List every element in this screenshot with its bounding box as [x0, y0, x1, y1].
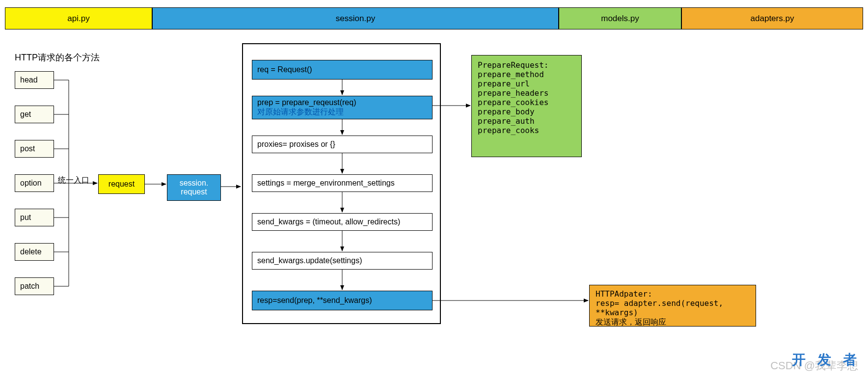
adapter-line: resp= adapter.send(request, **kwargs) [596, 299, 750, 317]
prepare-title: PrepareRequest: [478, 60, 549, 70]
prepare-item-4: prepare_body [478, 107, 535, 116]
flow-kwargs: send_kwargs = (timeout, allow_redirects) [252, 213, 433, 231]
prepare-item-3: prepare_cookies [478, 98, 549, 107]
header-session: session.py [152, 7, 559, 29]
adapter-title: HTTPAdpater: [596, 289, 652, 299]
unified-entry-label: 统一入口 [58, 175, 89, 186]
prepare-item-0: prepare_method [478, 70, 544, 79]
request-box: request [98, 174, 145, 194]
flow-resp: resp=send(prep, **send_kwargs) [252, 291, 433, 310]
flow-prep: prep = prepare_reqeust(req) 对原始请求参数进行处理 [252, 96, 433, 119]
method-head: head [15, 71, 54, 89]
flow-proxies: proxies= proxises or {} [252, 136, 433, 153]
header-models: models.py [559, 7, 681, 29]
method-put: put [15, 209, 54, 226]
flow-prep-l1: prep = prepare_reqeust(req) [257, 98, 356, 107]
flow-settings: settings = merge_environment_settings [252, 174, 433, 192]
session-request-box: session. request [167, 174, 221, 201]
method-patch: patch [15, 277, 54, 295]
flow-update: send_kwargs.update(settings) [252, 252, 433, 270]
method-get: get [15, 106, 54, 123]
flow-req: req = Request() [252, 60, 433, 80]
header-api: api.py [5, 7, 152, 29]
session-request-l1: session. [180, 179, 209, 188]
session-request-l2: request [181, 188, 207, 196]
prepare-item-2: prepare_headers [478, 88, 549, 98]
file-header-row: api.py session.py models.py adapters.py [5, 7, 863, 29]
prepare-item-5: prepare_auth [478, 116, 535, 126]
methods-title: HTTP请求的各个方法 [15, 52, 100, 63]
adapter-box: HTTPAdpater: resp= adapter.send(request,… [589, 285, 756, 327]
method-delete: delete [15, 243, 54, 261]
adapter-note: 发送请求，返回响应 [596, 317, 666, 328]
header-adapters: adapters.py [681, 7, 863, 29]
prepare-item-6: prepare_cooks [478, 126, 539, 135]
watermark-devze: 开 发 者 [792, 351, 861, 369]
flow-prep-l2: 对原始请求参数进行处理 [257, 107, 344, 117]
prepare-item-1: prepare_url [478, 79, 530, 88]
method-option: option [15, 174, 54, 192]
prepare-request-box: PrepareRequest: prepare_method prepare_u… [471, 55, 582, 157]
method-post: post [15, 140, 54, 158]
